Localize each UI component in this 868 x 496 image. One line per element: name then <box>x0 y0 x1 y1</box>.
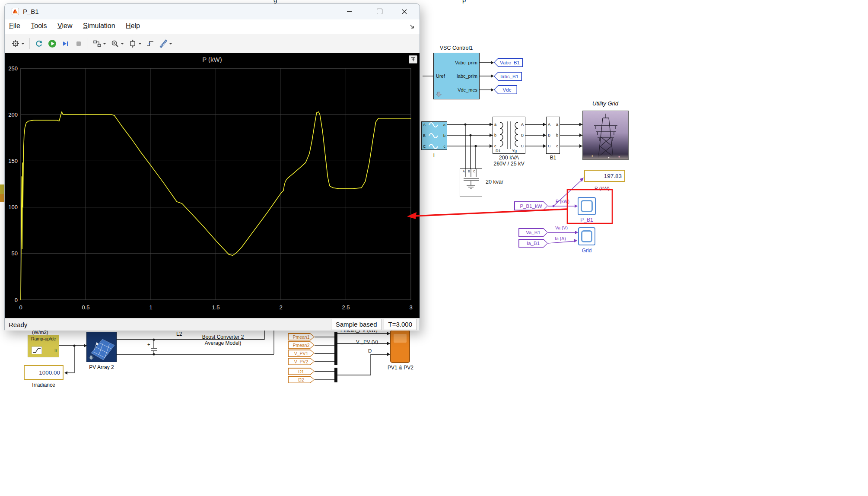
trigger-button[interactable] <box>144 37 156 51</box>
stop-icon <box>74 39 83 48</box>
utility-grid-image[interactable] <box>582 111 629 160</box>
stop-button[interactable] <box>73 37 85 51</box>
menu-tools[interactable]: Tools <box>26 19 51 30</box>
zoom-button[interactable] <box>109 37 126 51</box>
port-letter: A <box>521 122 524 127</box>
run-icon <box>48 39 57 48</box>
from-tag-vdc[interactable]: Vdc <box>494 85 517 94</box>
goto-tag-ia-b1[interactable]: Ia_B1 <box>518 239 548 248</box>
ramp-up-block[interactable]: Ramp-up/dc Ir <box>28 335 59 357</box>
dock-arrow-icon[interactable] <box>409 24 415 30</box>
goto-tag-pmean2[interactable]: Pmean2 <box>288 341 315 349</box>
menu-simulation[interactable]: Simulation <box>79 19 120 30</box>
measurements-button[interactable] <box>157 37 174 51</box>
run-button[interactable] <box>46 37 59 51</box>
winding-config-d1: D1 <box>496 149 501 153</box>
vsc-output-label-3: Vdc_mes <box>458 87 477 92</box>
boost-converter-label-line2: Average Model) <box>195 340 251 346</box>
goto-tag-va-b1[interactable]: Va_B1 <box>518 228 548 237</box>
ramp-waveform-icon <box>32 347 42 354</box>
dropdown-arrow-icon <box>138 43 142 45</box>
bus-label-vpv: V _PV (V) <box>356 339 378 344</box>
menu-view[interactable]: View <box>53 19 76 30</box>
step-forward-button[interactable] <box>60 37 72 51</box>
scope-plot-canvas[interactable]: 00.511.522.53050100150200250 <box>5 53 420 318</box>
goto-tag-vpv2[interactable]: V_PV2 <box>288 358 315 365</box>
signal-selector-button[interactable] <box>91 37 108 51</box>
boost-converter-label-line1: Boost Converter 2 <box>190 334 256 340</box>
goto-tag-p-b1-kw[interactable]: P_B1_kW <box>514 201 548 210</box>
port-letter: a <box>556 122 558 127</box>
p-b1-scope-block[interactable] <box>578 197 596 215</box>
port-letter: c <box>494 144 496 148</box>
menu-bar: File Tools View Simulation Help <box>5 19 420 35</box>
vsc-control-block[interactable]: Uref Vabc_prim Iabc_prim Vdc_mes <box>433 53 480 99</box>
p-b1-scope-label: P_B1 <box>575 217 599 223</box>
svg-text:2.5: 2.5 <box>342 304 350 311</box>
menu-file[interactable]: File <box>5 19 25 30</box>
partial-block-sliver-top <box>0 184 4 194</box>
svg-text:0: 0 <box>15 297 18 303</box>
window-titlebar[interactable]: P_B1 <box>5 4 420 20</box>
measurements-icon <box>159 39 168 48</box>
mux-bar-duty[interactable] <box>334 368 337 382</box>
from-tag-vabc-b1[interactable]: Vabc_B1 <box>494 58 523 67</box>
port-letter: A <box>423 123 426 127</box>
zoom-icon <box>111 39 119 48</box>
mask-lookunder-arrow-icon <box>89 355 94 360</box>
irradiance-display-block[interactable]: 1000.00 <box>24 365 64 380</box>
mux-bar-signals[interactable] <box>334 332 337 365</box>
svg-text:1: 1 <box>149 304 152 311</box>
menu-help[interactable]: Help <box>121 19 144 30</box>
ia-wire-label: Ia (A) <box>555 236 566 241</box>
pv-array-block[interactable] <box>86 332 117 362</box>
three-phase-source-block[interactable]: A B C a b c <box>421 121 447 150</box>
goto-tag-d2[interactable]: D2 <box>288 376 315 383</box>
settings-gear-button[interactable] <box>10 37 26 51</box>
transformer-block[interactable]: a b c A B C D1 Yg <box>493 117 525 154</box>
simulink-snapshot-button[interactable] <box>33 37 45 51</box>
status-sample-mode: Sample based <box>331 319 382 330</box>
transformer-rating-label: 200 kVA <box>487 155 531 161</box>
source-label: L <box>423 153 447 159</box>
port-letter: b <box>494 133 496 137</box>
svg-text:200: 200 <box>8 111 18 118</box>
goto-tag-d1[interactable]: D1 <box>288 368 315 375</box>
plot-title: P (kW) <box>5 56 420 63</box>
expand-plot-button[interactable] <box>409 55 417 64</box>
toolbar-separator <box>29 38 30 49</box>
b1-measurement-block[interactable]: A B C a b c <box>546 117 560 154</box>
minimize-button[interactable] <box>339 4 359 19</box>
close-icon <box>402 9 407 14</box>
port-letter: B <box>468 170 470 173</box>
kvar-bank-block[interactable]: A B C <box>460 169 482 197</box>
partial-block-sliver-bottom <box>0 194 4 202</box>
port-letter: c <box>444 144 446 149</box>
span-button[interactable] <box>127 37 143 51</box>
goto-tag-vpv1[interactable]: V_PV1 <box>288 350 315 357</box>
scope-plot-region[interactable]: P (kW) 00.511.522.53050100150200250 <box>5 53 420 318</box>
port-letter: a <box>494 122 496 127</box>
grid-scope-block[interactable] <box>578 227 595 245</box>
maximize-button[interactable] <box>369 4 389 19</box>
from-tag-iabc-b1[interactable]: Iabc_B1 <box>494 72 522 81</box>
port-letter: C <box>423 144 426 149</box>
pv-scope-block[interactable] <box>390 330 410 363</box>
scope-screen <box>581 200 593 212</box>
power-display-block[interactable]: 197.83 <box>584 170 625 182</box>
l2-label: L2 <box>176 331 182 337</box>
goto-tag-pmean1[interactable]: Pmean1 <box>288 333 315 340</box>
scope-window: P_B1 File Tools View Simulation Help <box>4 3 420 331</box>
close-button[interactable] <box>394 4 414 19</box>
toolbar-separator <box>88 38 88 49</box>
span-icon <box>128 39 137 48</box>
clipped-title-fragment-2: p <box>462 0 466 3</box>
svg-text:0: 0 <box>19 304 22 311</box>
transmission-tower-icon <box>583 111 629 160</box>
winding-icons <box>493 117 525 153</box>
bus-label-d: D <box>368 348 372 353</box>
port-letter: b <box>443 134 445 138</box>
svg-text:0.5: 0.5 <box>82 304 89 311</box>
svg-text:3: 3 <box>409 304 412 311</box>
port-letter: B <box>423 134 426 138</box>
